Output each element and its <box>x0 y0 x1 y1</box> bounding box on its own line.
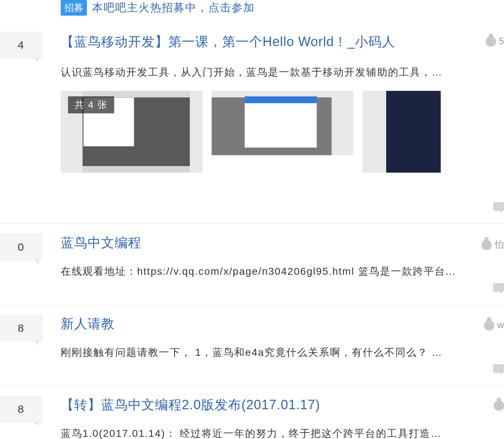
reply-count: 8 <box>0 315 42 341</box>
thumbnail-row: 共 4 张 <box>61 91 497 173</box>
user-hint: 怕 <box>495 238 504 251</box>
thread-item: 4 【蓝鸟移动开发】第一课，第一个Hello World！_小码人 认识蓝鸟移动… <box>0 16 504 224</box>
thread-title-link[interactable]: 新人请教 <box>61 315 497 333</box>
user-icon <box>486 36 496 47</box>
image-count-overlay: 共 4 张 <box>68 96 114 113</box>
thread-excerpt: 刚刚接触有问题请教一下， 1，蓝鸟和e4a究竟什么关系啊，有什么不同么？ … <box>61 346 497 359</box>
recruit-badge: 招募 <box>61 0 87 16</box>
thread-title-link[interactable]: 【转】蓝鸟中文编程2.0版发布(2017.01.17) <box>61 396 497 414</box>
user-hint: 5 <box>499 36 504 47</box>
thread-item: 0 蓝鸟中文编程 在线观看地址：https://v.qq.com/x/page/… <box>0 224 504 305</box>
author-meta[interactable] <box>494 400 504 411</box>
comment-icon <box>493 283 504 292</box>
author-meta[interactable]: 5 <box>486 36 504 47</box>
thread-item: 8 【转】蓝鸟中文编程2.0版发布(2017.01.17) 蓝鸟1.0(2017… <box>0 386 504 439</box>
thread-excerpt: 蓝鸟1.0(2017.01.14)： 经过将近一年的努力，终于把这个跨平台的工具… <box>61 427 497 439</box>
author-meta[interactable]: w <box>484 319 504 331</box>
thumbnail-image[interactable] <box>212 91 353 155</box>
comment-icon <box>493 364 504 373</box>
user-icon <box>494 400 504 411</box>
comment-icon <box>493 202 504 211</box>
thread-title-link[interactable]: 蓝鸟中文编程 <box>61 234 497 252</box>
comment-meta[interactable] <box>493 364 504 373</box>
reply-count: 0 <box>0 234 42 260</box>
user-icon <box>484 320 494 330</box>
thumbnail-image[interactable]: 共 4 张 <box>61 91 203 173</box>
author-meta[interactable]: 怕 <box>481 238 504 251</box>
thread-excerpt: 认识蓝鸟移动开发工具，从入门开始，蓝鸟是一款基于移动开发辅助的工具，… <box>61 65 497 79</box>
comment-meta[interactable] <box>493 202 504 211</box>
user-hint: w <box>497 319 504 331</box>
announcement-row[interactable]: 招募 本吧吧主火热招募中，点击参加 <box>0 0 504 16</box>
comment-meta[interactable] <box>493 283 504 292</box>
announcement-link[interactable]: 本吧吧主火热招募中，点击参加 <box>92 0 255 15</box>
user-icon <box>481 240 492 250</box>
reply-count: 4 <box>0 32 42 58</box>
thread-title-link[interactable]: 【蓝鸟移动开发】第一课，第一个Hello World！_小码人 <box>61 33 497 51</box>
reply-count: 8 <box>0 396 42 422</box>
thread-item: 8 新人请教 刚刚接触有问题请教一下， 1，蓝鸟和e4a究竟什么关系啊，有什么不… <box>0 305 504 386</box>
thread-excerpt: 在线观看地址：https://v.qq.com/x/page/n304206gl… <box>61 265 497 278</box>
thumbnail-image[interactable] <box>363 91 441 173</box>
